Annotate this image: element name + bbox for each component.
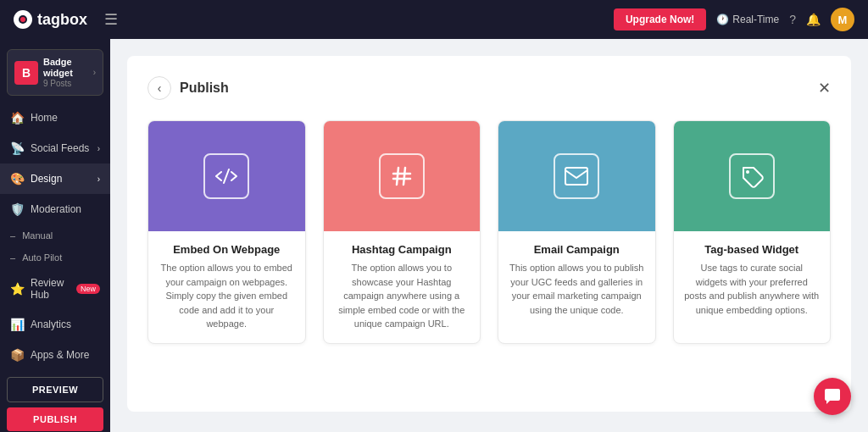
sidebar-item-manual[interactable]: Manual bbox=[0, 224, 110, 246]
widget-icon: B bbox=[14, 61, 38, 85]
svg-line-3 bbox=[397, 168, 398, 185]
back-button[interactable]: ‹ bbox=[147, 76, 171, 100]
email-card-title: Email Campaign bbox=[509, 243, 645, 256]
svg-line-2 bbox=[224, 169, 229, 183]
widget-title: Badge widget bbox=[43, 57, 88, 79]
sidebar-item-social-feeds[interactable]: 📡 Social Feeds › bbox=[0, 133, 110, 163]
tag-widget-card-image bbox=[674, 121, 831, 231]
sidebar-item-autopilot[interactable]: Auto Pilot bbox=[0, 246, 110, 269]
sidebar-label-apps-more: Apps & More bbox=[31, 349, 89, 361]
sidebar-label-social-feeds: Social Feeds bbox=[31, 142, 89, 154]
realtime-indicator: 🕐 Real-Time bbox=[716, 14, 779, 25]
clock-icon: 🕐 bbox=[716, 14, 729, 25]
sidebar-label-design: Design bbox=[31, 173, 62, 185]
sidebar-item-design[interactable]: 🎨 Design › bbox=[0, 163, 110, 194]
sidebar-nav: 🏠 Home 📡 Social Feeds › 🎨 Design › 🛡️ Mo… bbox=[0, 99, 110, 370]
hashtag-card-body: Hashtag Campaign The option allows you t… bbox=[324, 231, 481, 343]
sidebar-bottom: PREVIEW PUBLISH bbox=[0, 370, 110, 432]
tag-widget-card-title: Tag-based Widget bbox=[684, 243, 821, 256]
sidebar-item-moderation[interactable]: 🛡️ Moderation bbox=[0, 194, 110, 224]
email-card-body: Email Campaign This option allows you to… bbox=[498, 231, 655, 329]
upgrade-button[interactable]: Upgrade Now! bbox=[614, 8, 706, 30]
hashtag-card-desc: The option allows you to showcase your H… bbox=[334, 261, 470, 331]
hashtag-card-title: Hashtag Campaign bbox=[334, 243, 470, 256]
email-card-desc: This option allows you to publish your U… bbox=[509, 261, 645, 317]
preview-button[interactable]: PREVIEW bbox=[7, 377, 103, 402]
sidebar-item-analytics[interactable]: 📊 Analytics bbox=[0, 309, 110, 340]
tag-widget-card-body: Tag-based Widget Use tags to curate soci… bbox=[674, 231, 831, 329]
design-chevron-icon: › bbox=[97, 174, 100, 184]
publish-button[interactable]: PUBLISH bbox=[7, 407, 103, 431]
hamburger-icon[interactable]: ☰ bbox=[104, 10, 118, 29]
svg-point-1 bbox=[20, 17, 25, 22]
logo: tagbox bbox=[14, 10, 87, 29]
chat-bubble-button[interactable] bbox=[814, 378, 851, 415]
sidebar-label-autopilot: Auto Pilot bbox=[22, 252, 62, 263]
svg-line-4 bbox=[403, 168, 405, 185]
embed-card-body: Embed On Webpage The option allows you t… bbox=[148, 231, 305, 343]
publish-panel: ‹ Publish ✕ bbox=[127, 56, 851, 412]
notifications-button[interactable]: 🔔 bbox=[806, 13, 821, 26]
svg-rect-7 bbox=[565, 168, 587, 185]
sidebar-item-apps-more[interactable]: 📦 Apps & More bbox=[0, 340, 110, 370]
sidebar: B Badge widget 9 Posts › 🏠 Home 📡 Social… bbox=[0, 39, 110, 432]
logo-text: tagbox bbox=[37, 11, 87, 29]
content-area: ‹ Publish ✕ bbox=[110, 39, 868, 432]
design-icon: 🎨 bbox=[10, 172, 24, 186]
svg-point-8 bbox=[746, 170, 749, 174]
sidebar-label-manual: Manual bbox=[22, 230, 53, 241]
publish-title: Publish bbox=[180, 80, 229, 96]
tag-widget-card-desc: Use tags to curate social widgets with y… bbox=[684, 261, 821, 317]
publish-header: ‹ Publish ✕ bbox=[147, 76, 831, 100]
social-feeds-icon: 📡 bbox=[10, 141, 24, 155]
email-icon bbox=[554, 153, 599, 199]
hashtag-card-image bbox=[324, 121, 481, 231]
widget-info: Badge widget 9 Posts bbox=[43, 57, 88, 88]
embed-card[interactable]: Embed On Webpage The option allows you t… bbox=[147, 120, 306, 344]
sidebar-label-moderation: Moderation bbox=[31, 203, 81, 215]
hashtag-icon bbox=[379, 153, 425, 199]
sidebar-label-analytics: Analytics bbox=[31, 318, 71, 330]
widget-selector[interactable]: B Badge widget 9 Posts › bbox=[7, 49, 103, 96]
tag-icon bbox=[729, 153, 775, 199]
apps-more-icon: 📦 bbox=[10, 348, 24, 362]
home-icon: 🏠 bbox=[10, 111, 24, 125]
logo-icon bbox=[14, 10, 32, 29]
widget-chevron-icon: › bbox=[93, 68, 96, 77]
social-feeds-chevron-icon: › bbox=[97, 144, 100, 153]
sidebar-label-review-hub: Review Hub bbox=[31, 277, 66, 301]
embed-card-title: Embed On Webpage bbox=[159, 243, 295, 256]
sidebar-label-home: Home bbox=[31, 112, 58, 124]
tag-widget-card[interactable]: Tag-based Widget Use tags to curate soci… bbox=[673, 120, 832, 344]
close-button[interactable]: ✕ bbox=[818, 80, 831, 96]
help-button[interactable]: ? bbox=[789, 13, 796, 26]
review-hub-badge: New bbox=[76, 284, 100, 294]
main-layout: B Badge widget 9 Posts › 🏠 Home 📡 Social… bbox=[0, 39, 868, 432]
publish-cards-grid: Embed On Webpage The option allows you t… bbox=[147, 120, 831, 344]
moderation-icon: 🛡️ bbox=[10, 202, 24, 216]
user-avatar[interactable]: M bbox=[831, 8, 854, 31]
top-navbar: tagbox ☰ Upgrade Now! 🕐 Real-Time ? 🔔 M bbox=[0, 0, 868, 39]
email-card-image bbox=[498, 121, 655, 231]
review-hub-icon: ⭐ bbox=[10, 282, 24, 296]
embed-icon bbox=[203, 153, 249, 199]
embed-card-image bbox=[148, 121, 305, 231]
sidebar-item-review-hub[interactable]: ⭐ Review Hub New bbox=[0, 269, 110, 309]
embed-card-desc: The option allows you to embed your camp… bbox=[159, 261, 295, 331]
widget-subtitle: 9 Posts bbox=[43, 79, 88, 88]
analytics-icon: 📊 bbox=[10, 318, 24, 331]
hashtag-card[interactable]: Hashtag Campaign The option allows you t… bbox=[323, 120, 481, 344]
sidebar-item-home[interactable]: 🏠 Home bbox=[0, 102, 110, 133]
email-card[interactable]: Email Campaign This option allows you to… bbox=[498, 120, 656, 344]
